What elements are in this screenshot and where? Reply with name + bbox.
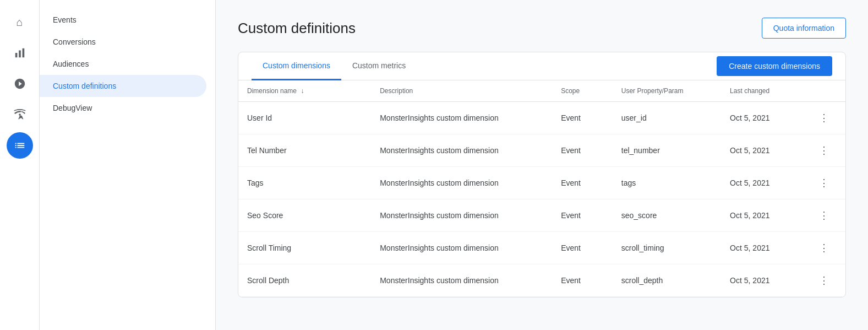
cell-description: MonsterInsights custom dimension <box>371 167 552 199</box>
more-options-button[interactable]: ⋮ <box>815 272 833 289</box>
cell-param: scroll_timing <box>613 232 721 264</box>
sort-arrow-icon: ↓ <box>301 87 304 95</box>
more-options-button[interactable]: ⋮ <box>815 240 833 256</box>
cell-scope: Event <box>552 102 613 134</box>
table-row: Seo Score MonsterInsights custom dimensi… <box>238 199 845 232</box>
nav-item-events[interactable]: Events <box>40 9 206 31</box>
cell-action: ⋮ <box>806 167 845 199</box>
more-options-button[interactable]: ⋮ <box>815 207 833 224</box>
cell-last-changed: Oct 5, 2021 <box>721 134 805 167</box>
table-row: Tel Number MonsterInsights custom dimens… <box>238 134 845 167</box>
antenna-icon[interactable] <box>7 101 33 128</box>
column-header-param: User Property/Param <box>613 80 721 102</box>
cell-param: user_id <box>613 102 721 134</box>
cell-action: ⋮ <box>806 232 845 264</box>
cell-name: Seo Score <box>238 199 371 232</box>
cell-last-changed: Oct 5, 2021 <box>721 102 805 134</box>
main-card: Custom dimensions Custom metrics Create … <box>238 52 846 297</box>
cell-description: MonsterInsights custom dimension <box>371 199 552 232</box>
column-header-last-changed: Last changed <box>721 80 805 102</box>
table-row: Tags MonsterInsights custom dimension Ev… <box>238 167 845 199</box>
cell-description: MonsterInsights custom dimension <box>371 264 552 297</box>
tab-custom-metrics[interactable]: Custom metrics <box>341 52 417 80</box>
svg-rect-2 <box>22 48 24 58</box>
create-custom-dimensions-button[interactable]: Create custom dimensions <box>717 56 832 76</box>
cell-action: ⋮ <box>806 102 845 134</box>
cell-description: MonsterInsights custom dimension <box>371 134 552 167</box>
cell-name: User Id <box>238 102 371 134</box>
cell-scope: Event <box>552 134 613 167</box>
cell-param: seo_score <box>613 199 721 232</box>
cell-param: scroll_depth <box>613 264 721 297</box>
svg-rect-1 <box>19 50 21 57</box>
svg-rect-0 <box>15 53 17 57</box>
list-icon[interactable] <box>7 132 33 159</box>
nav-item-debugview[interactable]: DebugView <box>40 97 206 119</box>
tabs-row: Custom dimensions Custom metrics Create … <box>238 52 845 80</box>
cell-name: Tags <box>238 167 371 199</box>
cell-name: Tel Number <box>238 134 371 167</box>
cell-param: tags <box>613 167 721 199</box>
tab-custom-dimensions[interactable]: Custom dimensions <box>252 52 341 80</box>
bar-chart-icon[interactable] <box>7 40 33 66</box>
cell-name: Scroll Timing <box>238 232 371 264</box>
column-header-name[interactable]: Dimension name ↓ <box>238 80 371 102</box>
cell-action: ⋮ <box>806 264 845 297</box>
more-options-button[interactable]: ⋮ <box>815 110 833 126</box>
cell-scope: Event <box>552 199 613 232</box>
home-icon[interactable]: ⌂ <box>7 9 33 35</box>
table-row: Scroll Depth MonsterInsights custom dime… <box>238 264 845 297</box>
more-options-button[interactable]: ⋮ <box>815 142 833 159</box>
more-options-button[interactable]: ⋮ <box>815 175 833 191</box>
main-content: Custom definitions Quota information Cus… <box>216 0 868 330</box>
cell-last-changed: Oct 5, 2021 <box>721 167 805 199</box>
cell-param: tel_number <box>613 134 721 167</box>
table-row: User Id MonsterInsights custom dimension… <box>238 102 845 134</box>
table-row: Scroll Timing MonsterInsights custom dim… <box>238 232 845 264</box>
quota-information-button[interactable]: Quota information <box>762 18 846 39</box>
cell-scope: Event <box>552 232 613 264</box>
nav-item-audiences[interactable]: Audiences <box>40 53 206 75</box>
cell-scope: Event <box>552 167 613 199</box>
page-title: Custom definitions <box>238 20 356 37</box>
column-header-description: Description <box>371 80 552 102</box>
cell-action: ⋮ <box>806 199 845 232</box>
cell-description: MonsterInsights custom dimension <box>371 102 552 134</box>
column-header-action <box>806 80 845 102</box>
cell-scope: Event <box>552 264 613 297</box>
icon-rail: ⌂ <box>0 0 40 330</box>
nav-item-custom-definitions[interactable]: Custom definitions <box>40 75 206 97</box>
face-icon[interactable] <box>7 71 33 97</box>
cell-action: ⋮ <box>806 134 845 167</box>
dimensions-table: Dimension name ↓ Description Scope User … <box>238 80 845 297</box>
cell-last-changed: Oct 5, 2021 <box>721 232 805 264</box>
tabs: Custom dimensions Custom metrics <box>252 52 417 80</box>
left-nav: EventsConversionsAudiencesCustom definit… <box>40 0 216 330</box>
cell-last-changed: Oct 5, 2021 <box>721 199 805 232</box>
cell-last-changed: Oct 5, 2021 <box>721 264 805 297</box>
page-header: Custom definitions Quota information <box>238 18 846 39</box>
cell-name: Scroll Depth <box>238 264 371 297</box>
column-header-scope: Scope <box>552 80 613 102</box>
cell-description: MonsterInsights custom dimension <box>371 232 552 264</box>
nav-item-conversions[interactable]: Conversions <box>40 31 206 53</box>
